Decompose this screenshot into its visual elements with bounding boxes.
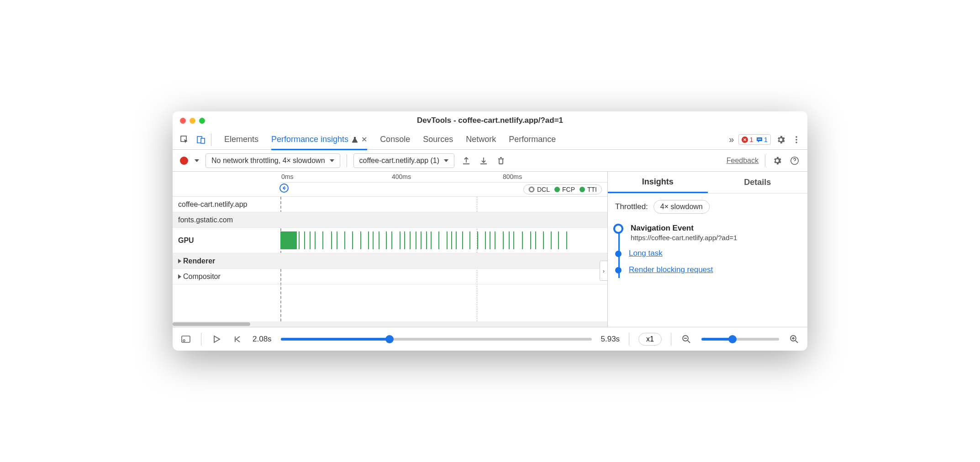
gpu-activity (280, 231, 607, 249)
renderer-track[interactable]: Renderer (173, 253, 607, 269)
event-link[interactable]: Render blocking request (629, 265, 713, 274)
tab-label: Performance insights (271, 135, 348, 144)
settings-icon[interactable] (775, 134, 786, 145)
separator (201, 333, 201, 346)
rewind-icon[interactable] (232, 333, 243, 345)
close-tab-icon[interactable]: ✕ (361, 135, 367, 144)
marker-tti: TTI (580, 186, 597, 193)
track-label: Compositor (173, 273, 280, 281)
main-content: 0ms 400ms 800ms DCL FCP (173, 172, 807, 327)
event-long-task[interactable]: Long task (615, 245, 800, 262)
throttled-label: Throttled: (615, 202, 648, 211)
marker-fcp: FCP (554, 186, 575, 193)
compositor-track[interactable]: Compositor (173, 269, 607, 284)
panel-settings-icon[interactable] (772, 155, 783, 166)
event-dot-icon (615, 267, 622, 273)
message-icon (756, 136, 763, 143)
help-icon[interactable] (789, 155, 800, 166)
recording-select[interactable]: coffee-cart.netlify.app (1) (353, 153, 455, 168)
separator (211, 133, 211, 146)
screenshot-toggle-icon[interactable] (180, 333, 192, 345)
track-label: GPU (173, 236, 280, 245)
maximize-window-button[interactable] (199, 118, 205, 124)
track-label: coffee-cart.netlify.app (173, 200, 280, 209)
tab-console[interactable]: Console (380, 130, 410, 149)
import-icon[interactable] (478, 155, 489, 166)
slider-thumb[interactable] (728, 335, 737, 343)
tab-network[interactable]: Network (466, 130, 496, 149)
tabbar-right: » 1 1 (729, 134, 802, 145)
tab-details[interactable]: Details (708, 172, 808, 193)
event-navigation[interactable]: Navigation Event https://coffee-cart.net… (615, 220, 800, 245)
time-start: 2.08s (253, 335, 272, 344)
time-ruler[interactable]: 0ms 400ms 800ms DCL FCP (173, 172, 607, 197)
tab-insights[interactable]: Insights (608, 172, 708, 193)
panel-tabs: Elements Performance insights ✕ Console … (224, 130, 725, 149)
network-track[interactable]: coffee-cart.netlify.app (173, 197, 607, 212)
device-toolbar-icon[interactable] (195, 133, 207, 146)
kebab-menu-icon[interactable] (791, 134, 802, 145)
delete-icon[interactable] (495, 155, 506, 166)
origin-marker-icon[interactable] (279, 184, 289, 193)
record-options-dropdown[interactable] (195, 159, 199, 162)
horizontal-scrollbar[interactable] (173, 321, 607, 327)
slider-fill (701, 338, 732, 341)
close-window-button[interactable] (180, 118, 186, 124)
devtools-window: DevTools - coffee-cart.netlify.app/?ad=1… (173, 111, 807, 351)
svg-point-8 (796, 142, 797, 143)
network-track[interactable]: fonts.gstatic.com (173, 212, 607, 228)
tab-label: Sources (423, 135, 453, 144)
slider-fill (281, 338, 390, 341)
more-tabs-icon[interactable]: » (729, 134, 734, 145)
zoom-out-icon[interactable] (680, 333, 692, 345)
feedback-link[interactable]: Feedback (727, 157, 759, 165)
event-link[interactable]: Long task (629, 249, 663, 257)
scrollbar-thumb[interactable] (173, 322, 250, 326)
throttle-info: Throttled: 4× slowdown (608, 194, 807, 220)
throttled-value[interactable]: 4× slowdown (653, 200, 710, 214)
timeline-panel: 0ms 400ms 800ms DCL FCP (173, 172, 607, 327)
collapse-sidepanel-button[interactable]: › (600, 261, 607, 281)
tab-performance[interactable]: Performance (509, 130, 556, 149)
zoom-in-icon[interactable] (788, 333, 800, 345)
expand-icon[interactable] (178, 274, 181, 279)
dot-icon (580, 187, 585, 192)
separator (629, 333, 629, 346)
tab-sources[interactable]: Sources (423, 130, 453, 149)
tab-label: Network (466, 135, 496, 144)
track-label: Renderer (173, 257, 280, 265)
window-title: DevTools - coffee-cart.netlify.app/?ad=1 (417, 116, 563, 125)
tab-elements[interactable]: Elements (224, 130, 258, 149)
record-button[interactable] (180, 157, 188, 165)
throttling-select[interactable]: No network throttling, 4× slowdown (205, 153, 340, 168)
issues-badge[interactable]: 1 (756, 136, 768, 143)
ring-icon (528, 186, 535, 193)
play-icon[interactable] (211, 333, 222, 345)
events-timeline: Navigation Event https://coffee-cart.net… (608, 220, 807, 278)
ruler-labels: 0ms 400ms 800ms (280, 172, 607, 183)
throttling-label: No network throttling, 4× slowdown (211, 157, 325, 165)
playback-footer: 2.08s 5.93s x1 (173, 327, 807, 351)
svg-point-10 (529, 187, 534, 192)
event-url: https://coffee-cart.netlify.app/?ad=1 (631, 234, 800, 242)
chevron-down-icon (444, 159, 448, 162)
error-badge[interactable]: 1 (742, 136, 753, 143)
recording-label: coffee-cart.netlify.app (1) (359, 157, 440, 165)
titlebar: DevTools - coffee-cart.netlify.app/?ad=1 (173, 111, 807, 130)
playhead-slider[interactable] (281, 338, 592, 341)
zoom-slider[interactable] (701, 338, 779, 341)
playback-speed[interactable]: x1 (638, 333, 662, 346)
svg-rect-2 (201, 138, 205, 143)
tab-performance-insights[interactable]: Performance insights ✕ (271, 130, 367, 150)
status-badges[interactable]: 1 1 (738, 134, 771, 145)
insights-tabs: Insights Details (608, 172, 807, 194)
traffic-lights (180, 118, 205, 124)
slider-thumb[interactable] (385, 335, 394, 343)
gpu-track[interactable]: GPU (173, 228, 607, 253)
minimize-window-button[interactable] (190, 118, 195, 124)
inspect-element-icon[interactable] (178, 133, 191, 146)
event-render-blocking[interactable]: Render blocking request (615, 262, 800, 278)
expand-icon[interactable] (178, 259, 181, 263)
export-icon[interactable] (461, 155, 472, 166)
tab-label: Elements (224, 135, 258, 144)
